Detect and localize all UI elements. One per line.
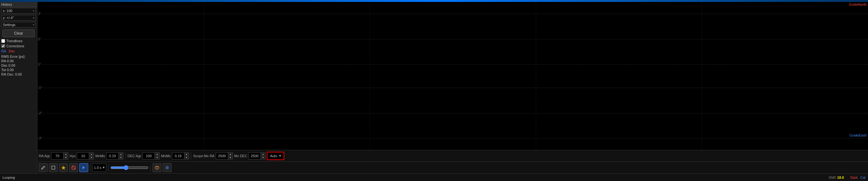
mx-ra-up[interactable]: ▲ bbox=[228, 153, 232, 156]
mnmo-ra-up[interactable]: ▲ bbox=[119, 153, 123, 156]
mnmo-dec-up[interactable]: ▲ bbox=[184, 153, 189, 156]
v-grid-4 bbox=[702, 2, 702, 150]
ra-agr-input[interactable] bbox=[51, 152, 63, 159]
sidebar: History x: 100 ▾ y: +/-4" ▾ Settings ▾ C… bbox=[0, 2, 37, 173]
chart-area: 3" 2" 1" -1" -2" -3" bbox=[37, 2, 868, 150]
dec-agr-label: DEC:Agr bbox=[127, 154, 141, 158]
grid-line-2 bbox=[37, 39, 868, 39]
hys-down[interactable]: ▼ bbox=[89, 156, 94, 159]
main-container: History x: 100 ▾ y: +/-4" ▾ Settings ▾ C… bbox=[0, 0, 868, 181]
mx-ra-down[interactable]: ▼ bbox=[228, 156, 232, 159]
x-label: x: 100 bbox=[3, 9, 12, 13]
rms-error-label: RMS Error [px]: bbox=[1, 54, 36, 59]
dec-agr-spinner-btns: ▲ ▼ bbox=[155, 152, 160, 159]
toolbar: 1.0 s ▾ bbox=[37, 161, 868, 173]
mnmo-ra-spinner-btns: ▲ ▼ bbox=[118, 152, 123, 159]
hys-up[interactable]: ▲ bbox=[89, 153, 94, 156]
exposure-slider[interactable] bbox=[111, 165, 149, 170]
mx-dec-input[interactable] bbox=[248, 152, 260, 159]
grid-label-2: 2" bbox=[38, 37, 41, 41]
mnmo-dec-down[interactable]: ▼ bbox=[184, 156, 189, 159]
pencil-tool[interactable] bbox=[39, 163, 48, 172]
brain-button[interactable] bbox=[153, 163, 161, 172]
settings-button[interactable] bbox=[163, 163, 172, 172]
dec-label: Dec bbox=[8, 49, 15, 53]
hys-spinner-btns: ▲ ▼ bbox=[89, 152, 94, 159]
hys-spinner[interactable]: ▲ ▼ bbox=[77, 152, 94, 159]
mx-ra-spinner[interactable]: ▲ ▼ bbox=[216, 152, 233, 159]
ra-dec-row: RA Dec bbox=[0, 49, 37, 54]
mx-dec-down[interactable]: ▼ bbox=[261, 156, 265, 159]
stop-button[interactable] bbox=[69, 163, 78, 172]
x-dropdown-arrow: ▾ bbox=[33, 9, 34, 12]
dec-agr-input[interactable] bbox=[143, 152, 155, 159]
trendlines-checkbox-item: Trendlines bbox=[0, 38, 37, 43]
toolbar-sep3 bbox=[150, 164, 151, 171]
chart-canvas: 3" 2" 1" -1" -2" -3" bbox=[37, 2, 868, 150]
star-tool[interactable] bbox=[59, 163, 68, 172]
settings-dropdown[interactable]: Settings ▾ bbox=[1, 22, 36, 28]
mnmo-ra-spinner[interactable]: ▲ ▼ bbox=[106, 152, 123, 159]
ra-agr-up[interactable]: ▲ bbox=[63, 153, 68, 156]
mnmo-ra-input[interactable] bbox=[106, 152, 118, 159]
bottom-section: RA:Agr ▲ ▼ Hys ▲ ▼ bbox=[37, 150, 868, 173]
mx-ra-input[interactable] bbox=[216, 152, 228, 159]
sep1 bbox=[125, 153, 126, 159]
mnmo-ra-down[interactable]: ▼ bbox=[119, 156, 123, 159]
ra-label: RA bbox=[1, 49, 6, 53]
trendlines-checkbox[interactable] bbox=[1, 39, 5, 43]
guide-east-label: GuideEast! bbox=[849, 133, 867, 137]
mnmo-dec-spinner[interactable]: ▲ ▼ bbox=[172, 152, 189, 159]
mnmo-dec-spinner-btns: ▲ ▼ bbox=[184, 152, 189, 159]
grid-line-neg2 bbox=[37, 113, 868, 113]
svg-point-7 bbox=[166, 167, 168, 168]
hys-input[interactable] bbox=[77, 152, 89, 159]
y-dropdown[interactable]: y: +/-4" ▾ bbox=[1, 15, 36, 21]
dec-agr-down[interactable]: ▼ bbox=[155, 156, 159, 159]
status-looping: Looping bbox=[3, 176, 829, 179]
grid-label-3: 3" bbox=[38, 12, 41, 16]
ra-osc: RA Osc: 0.00 bbox=[1, 72, 36, 77]
settings-label: Settings bbox=[3, 23, 16, 27]
dec-agr-spinner[interactable]: ▲ ▼ bbox=[143, 152, 160, 159]
corrections-checkbox-item: Corrections bbox=[0, 43, 37, 49]
guide-north-label: GuideNorth bbox=[849, 3, 867, 6]
exposure-dropdown[interactable]: 1.0 s ▾ bbox=[92, 163, 106, 172]
mx-dec-spinner[interactable]: ▲ ▼ bbox=[248, 152, 266, 159]
ra-agr-spinner[interactable]: ▲ ▼ bbox=[51, 152, 68, 159]
v-grid-2 bbox=[370, 2, 370, 150]
ra-agr-down[interactable]: ▼ bbox=[63, 156, 68, 159]
corrections-checkbox[interactable] bbox=[1, 44, 5, 48]
settings-icon bbox=[165, 165, 169, 170]
svg-line-3 bbox=[72, 166, 75, 169]
mx-dec-up[interactable]: ▲ bbox=[261, 153, 265, 156]
content-area: History x: 100 ▾ y: +/-4" ▾ Settings ▾ C… bbox=[0, 2, 868, 173]
pencil-icon bbox=[41, 165, 45, 170]
ra-agr-label: RA:Agr bbox=[39, 154, 50, 158]
auto-arrow: ▾ bbox=[279, 154, 281, 158]
status-snr: SNR 18.0 bbox=[829, 176, 844, 179]
rms-section: RMS Error [px]: RA 0.00 Dec 0.00 Tot 0.0… bbox=[0, 54, 37, 77]
dec-agr-up[interactable]: ▲ bbox=[155, 153, 159, 156]
svg-marker-4 bbox=[83, 166, 85, 169]
clear-button[interactable]: Clear bbox=[3, 30, 35, 37]
snr-value: 18.0 bbox=[837, 176, 844, 179]
rect-icon bbox=[51, 165, 56, 170]
ra-rms: RA 0.00 bbox=[1, 59, 36, 63]
cal-button[interactable]: Cal bbox=[860, 176, 865, 179]
auto-dropdown[interactable]: Auto ▾ bbox=[267, 152, 284, 160]
toolbar-sep2 bbox=[108, 164, 108, 171]
x-dropdown[interactable]: x: 100 ▾ bbox=[1, 8, 36, 14]
play-button[interactable] bbox=[79, 163, 88, 172]
sidebar-header: History bbox=[0, 2, 37, 7]
chart-sidebar-controls: 3" 2" 1" -1" -2" -3" bbox=[37, 2, 868, 173]
rect-tool[interactable] bbox=[49, 163, 58, 172]
exposure-arrow: ▾ bbox=[103, 165, 105, 170]
controls-bar: RA:Agr ▲ ▼ Hys ▲ ▼ bbox=[37, 150, 868, 161]
mnmo-dec-input[interactable] bbox=[172, 152, 184, 159]
mx-dec-spinner-btns: ▲ ▼ bbox=[260, 152, 266, 159]
dark-button[interactable]: Dark bbox=[850, 176, 858, 179]
tot-rms: Tot 0.00 bbox=[1, 68, 36, 72]
trendlines-label: Trendlines bbox=[6, 39, 23, 43]
status-bar: Looping SNR 18.0 Dark Cal bbox=[0, 173, 868, 181]
